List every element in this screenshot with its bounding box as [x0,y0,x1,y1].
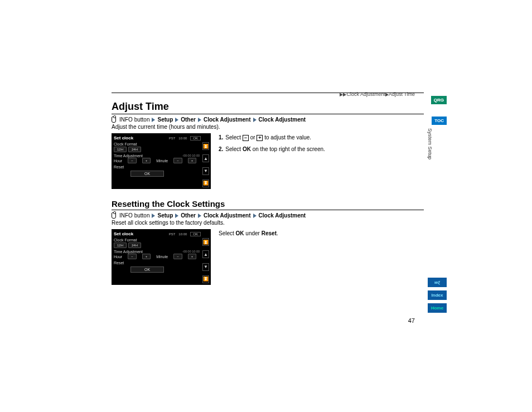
device-small-times: -00:00 10:00 [182,154,200,158]
device-title: Set clock [114,135,133,140]
nav-clock-adj: Clock Adjustment [204,212,251,219]
device-screenshot: Set clock PST 10:00 OK Clock Format 12H … [112,229,211,285]
section-description: Reset all clock settings to the factory … [112,220,424,226]
nav-setup: Setup [157,117,173,123]
step-text: or [250,134,255,140]
device-ok-top: OK [190,232,201,236]
device-up-icon: ▲ [202,154,209,162]
nav-other: Other [181,117,196,123]
chevron-right-icon [152,118,155,122]
device-12h: 12H [114,147,127,152]
section-description: Adjust the current time (hours and minut… [112,124,424,130]
chevron-right-icon [253,214,257,218]
device-24h: 24H [128,243,141,248]
nav-clock-adj-2: Clock Adjustment [259,212,306,219]
chevron-right-icon [175,118,178,122]
device-clock-format-label: Clock Format [114,142,201,146]
chevron-right-icon [253,118,257,122]
page-number: 47 [408,317,415,324]
inst-ok: OK [236,230,244,236]
device-small-times: -00:00 10:00 [182,250,200,254]
tab-voice[interactable]: wξ [428,278,447,287]
device-down-icon: ▼ [202,263,209,271]
device-up-double-icon: ⏫ [202,238,209,246]
step-text: Select [225,146,241,152]
tab-qrg[interactable]: QRG [431,96,447,104]
device-clock-format-label: Clock Format [114,238,201,242]
device-time-adj-label: Time Adjustment [114,154,143,158]
step-ok: OK [243,146,251,152]
device-screenshot: Set clock PST 10:00 OK Clock Format 12H … [112,133,211,189]
device-minute-label: Minute [156,159,168,163]
inst-reset: Reset [262,230,277,236]
nav-info: INFO button [119,117,149,123]
instruction-text: Select OK under Reset. [219,229,278,237]
device-hour-plus: + [142,254,151,259]
device-hour-label: Hour [114,255,122,259]
step-text: Select [225,134,241,140]
device-hour-minus: − [128,254,137,259]
section-title-adjust-time: Adjust Time [112,101,424,113]
step-number: 2. [219,145,223,153]
steps-list: 1. Select − or + to adjust the value. 2.… [219,133,325,157]
info-button-icon [112,117,116,123]
device-time: 10:00 [178,137,187,140]
device-tz: PST [169,137,176,140]
device-title: Set clock [114,231,133,236]
device-hour-minus: − [128,158,137,163]
inst-text: Select [219,230,234,236]
chevron-right-icon [198,118,201,122]
device-min-minus: − [173,158,182,163]
step-number: 1. [219,133,223,142]
device-24h: 24H [128,147,141,152]
step-text: to adjust the value. [264,134,311,140]
device-12h: 12H [114,243,127,248]
tab-home[interactable]: Home [428,303,447,313]
device-ok-bottom: OK [130,171,164,177]
device-time-adj-label: Time Adjustment [114,250,143,254]
nav-setup: Setup [157,212,173,219]
device-min-plus: + [188,254,197,259]
divider [112,93,424,93]
section-label-vertical: System Setup [427,128,433,159]
device-up-double-icon: ⏫ [202,142,209,150]
minus-icon: − [243,135,249,141]
nav-clock-adj: Clock Adjustment [204,117,251,123]
device-tz: PST [169,232,176,236]
device-min-minus: − [173,254,182,259]
device-time: 10:00 [178,232,187,236]
nav-clock-adj-2: Clock Adjustment [259,117,306,123]
tab-index[interactable]: Index [428,290,447,300]
device-up-icon: ▲ [202,250,209,258]
nav-path: INFO button Setup Other Clock Adjustment… [112,212,424,219]
device-down-icon: ▼ [202,167,209,175]
chevron-right-icon [175,214,178,218]
device-reset-label: Reset [114,261,201,265]
device-down-double-icon: ⏬ [202,180,209,187]
section-title-reset: Resetting the Clock Settings [112,199,424,209]
divider [112,114,424,114]
device-ok-bottom: OK [130,266,164,273]
plus-icon: + [257,135,263,141]
device-ok-top: OK [190,136,201,140]
nav-info: INFO button [119,212,149,219]
chevron-right-icon [198,214,201,218]
inst-text: under [245,230,260,236]
nav-other: Other [181,212,196,219]
device-down-double-icon: ⏬ [202,275,209,283]
device-reset-label: Reset [114,165,201,169]
divider [112,210,424,210]
device-min-plus: + [188,158,197,163]
nav-path: INFO button Setup Other Clock Adjustment… [112,117,424,123]
tab-toc[interactable]: TOC [432,117,447,125]
device-hour-plus: + [142,158,151,163]
info-button-icon [112,212,116,219]
device-hour-label: Hour [114,159,122,163]
device-minute-label: Minute [156,255,168,259]
chevron-right-icon [152,214,155,218]
step-text: on the top right of the screen. [253,146,325,152]
inst-text: . [277,230,278,236]
